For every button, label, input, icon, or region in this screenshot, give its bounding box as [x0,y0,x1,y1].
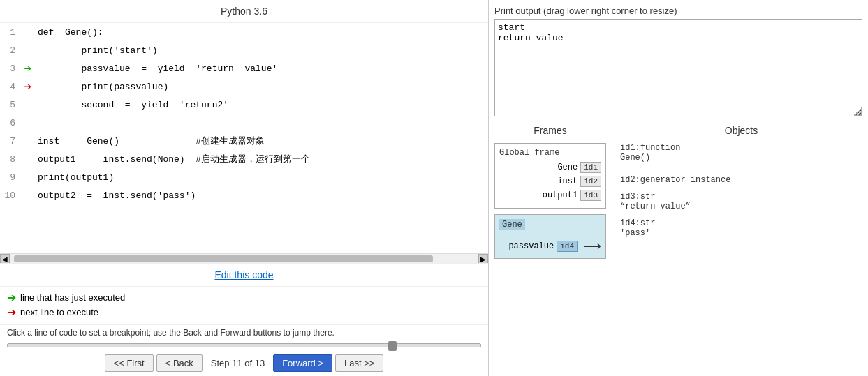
main-container: Python 3.6 1def Gene():2 print('start')3… [0,0,868,376]
line-number: 6 [0,114,21,132]
code-line-5[interactable]: 5 second = yield 'return2' [0,96,488,114]
line-arrow [21,150,35,168]
object-id2: id2:generator instance [620,175,862,185]
scroll-right-btn[interactable]: ▶ [478,254,488,263]
code-line-9[interactable]: 9print(output1) [0,168,488,186]
output-label: Print output (drag lower right corner to… [494,6,862,16]
connector-arrow: ⟶ [583,239,601,254]
frames-objects: Frames Global frame Gene id1 inst id2 ou… [494,125,862,370]
id-badge-output1: id3 [580,190,601,201]
line-code-text: second = yield 'return2' [35,96,488,114]
code-line-1[interactable]: 1def Gene(): [0,23,488,41]
code-line-2[interactable]: 2 print('start') [0,41,488,59]
line-arrow: ➔ [21,59,35,77]
line-number: 2 [0,41,21,59]
object-id1-value: Gene() [620,153,862,163]
frame-row-gene: Gene id1 [499,162,601,173]
line-number: 10 [0,186,21,204]
line-code-text [35,114,488,132]
object-id3-value: “return value” [620,202,862,211]
code-line-4[interactable]: 4➔ print(passvalue) [0,77,488,96]
line-arrow [21,96,35,114]
object-id3: id3:str “return value” [620,192,862,211]
legend-area: ➔ line that has just executed ➔ next lin… [0,286,488,324]
legend-green: ➔ line that has just executed [7,291,481,304]
frames-section: Frames Global frame Gene id1 inst id2 ou… [494,125,606,370]
code-line-3[interactable]: 3➔ passvalue = yield 'return value' [0,59,488,77]
line-code-text: print(output1) [35,168,488,186]
line-arrow [21,41,35,59]
red-arrow-icon: ➔ [7,306,16,319]
gene-frame-title: Gene [499,219,525,230]
forward-button[interactable]: Forward > [273,354,332,372]
global-frame-box: Global frame Gene id1 inst id2 output1 i… [494,143,606,209]
objects-title: Objects [620,125,862,136]
output-box: start return value [494,19,862,116]
line-code-text: print(passvalue) [35,77,488,96]
edit-link-area: Edit this code [0,263,488,286]
line-number: 8 [0,150,21,168]
line-arrow [21,132,35,150]
var-name-inst: inst [557,176,578,186]
line-number: 5 [0,96,21,114]
code-area: 1def Gene():2 print('start')3➔ passvalue… [0,23,488,253]
frame-row-passvalue: passvalue id4 ⟶ [499,239,601,254]
nav-buttons: << First < Back Step 11 of 13 Forward > … [0,350,488,376]
object-id1: id1:function Gene() [620,143,862,163]
line-number: 3 [0,59,21,77]
code-scrollbar[interactable]: ◀ ▶ [0,253,488,263]
line-number: 7 [0,132,21,150]
legend-red: ➔ next line to execute [7,306,481,319]
first-button[interactable]: << First [105,354,154,372]
green-arrow-icon: ➔ [24,62,32,76]
id-badge-inst: id2 [580,176,601,187]
right-panel: Print output (drag lower right corner to… [489,0,868,376]
slider-thumb[interactable] [388,341,397,351]
line-code-text: output2 = inst.send('pass') [35,186,488,204]
slider-area [0,340,488,350]
code-line-7[interactable]: 7inst = Gene() #创建生成器对象 [0,132,488,150]
back-button[interactable]: < Back [156,354,203,372]
object-id4: id4:str 'pass' [620,218,862,238]
last-button[interactable]: Last >> [335,354,383,372]
var-name-gene: Gene [557,163,578,172]
step-label: Step 11 of 13 [205,358,270,368]
scrollbar-thumb[interactable] [14,255,433,262]
var-name-output1: output1 [543,190,578,200]
line-arrow: ➔ [21,77,35,96]
legend-red-label: next line to execute [20,307,98,317]
line-number: 9 [0,168,21,186]
line-arrow [21,168,35,186]
step-slider[interactable] [7,343,481,347]
code-line-8[interactable]: 8output1 = inst.send(None) #启动生成器，运行到第一个 [0,150,488,168]
green-arrow-icon: ➔ [7,291,16,304]
line-code-text: inst = Gene() #创建生成器对象 [35,132,488,150]
line-code-text: output1 = inst.send(None) #启动生成器，运行到第一个 [35,150,488,168]
legend-green-label: line that has just executed [20,292,125,303]
var-name-passvalue: passvalue [508,241,554,251]
output-content: start return value [498,22,859,43]
line-number: 1 [0,23,21,41]
global-frame-title: Global frame [499,148,601,158]
line-arrow [21,23,35,41]
line-code-text: def Gene(): [35,23,488,41]
line-arrow [21,114,35,132]
scroll-left-btn[interactable]: ◀ [0,254,10,263]
frame-row-output1: output1 id3 [499,190,601,201]
code-line-6[interactable]: 6 [0,114,488,132]
resize-handle[interactable] [853,107,862,116]
line-code-text: print('start') [35,41,488,59]
hint-text: Click a line of code to set a breakpoint… [0,324,488,340]
code-line-10[interactable]: 10output2 = inst.send('pass') [0,186,488,204]
edit-link[interactable]: Edit this code [214,269,273,280]
gene-frame-box: Gene passvalue id4 ⟶ [494,214,606,259]
left-panel: Python 3.6 1def Gene():2 print('start')3… [0,0,489,376]
objects-section: Objects id1:function Gene() id2:generato… [606,125,862,370]
object-id4-value: 'pass' [620,228,862,238]
line-number: 4 [0,77,21,96]
frames-title: Frames [494,125,606,136]
id-badge-gene: id1 [580,162,601,173]
line-arrow [21,186,35,204]
code-table: 1def Gene():2 print('start')3➔ passvalue… [0,23,488,204]
object-id2-label: id2:generator instance [620,175,862,185]
